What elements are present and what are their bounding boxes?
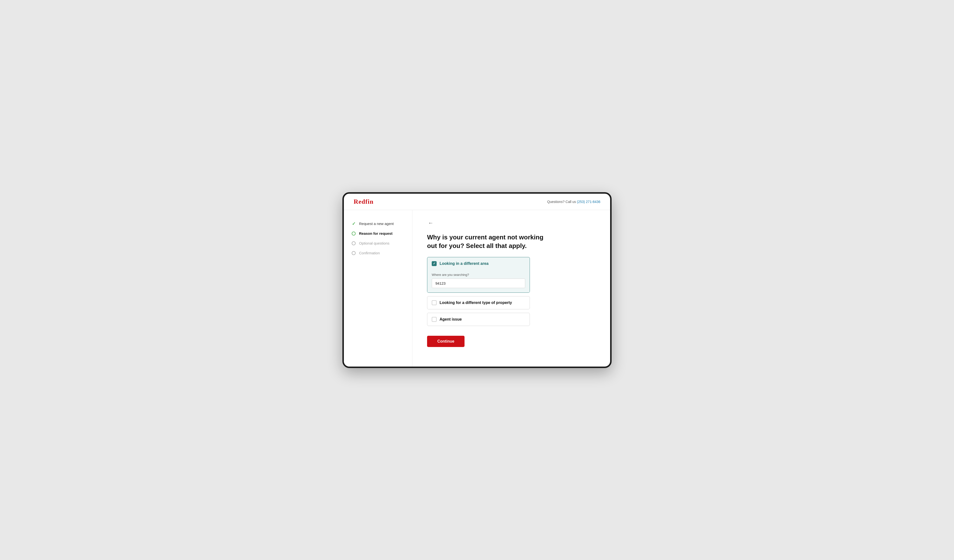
questions-text: Questions? Call us [547, 200, 577, 204]
option-card-agent-issue[interactable]: Agent issue [427, 313, 530, 326]
search-location-input[interactable] [432, 278, 525, 288]
header-contact: Questions? Call us (253) 271-8436 [547, 200, 600, 204]
sidebar: ✓ Request a new agent Reason for request… [344, 210, 412, 367]
redfin-logo: Redfin [354, 198, 374, 205]
checkmark-icon: ✓ [352, 221, 355, 226]
option-card-header-agent-issue: Agent issue [427, 313, 530, 326]
main-layout: ✓ Request a new agent Reason for request… [344, 210, 610, 367]
circle-inactive-icon-2 [352, 251, 355, 255]
sidebar-label-reason-for-request: Reason for request [359, 231, 393, 235]
sub-form-label: Where are you searching? [432, 273, 525, 277]
option-card-header-different-property: Looking for a different type of property [427, 296, 530, 309]
content-area: ← Why is your current agent not working … [412, 210, 610, 367]
circle-active-icon [352, 232, 355, 235]
back-button[interactable]: ← [427, 219, 435, 227]
circle-inactive-icon [352, 241, 355, 245]
continue-button[interactable]: Continue [427, 336, 465, 347]
sidebar-label-confirmation: Confirmation [359, 251, 380, 255]
sidebar-icon-reason-for-request [351, 231, 356, 236]
sidebar-label-optional-questions: Optional questions [359, 241, 390, 245]
option-label-different-area: Looking in a different area [440, 261, 488, 266]
sidebar-item-request-new-agent[interactable]: ✓ Request a new agent [351, 219, 405, 229]
option-label-agent-issue: Agent issue [440, 317, 462, 322]
checkbox-different-property[interactable] [432, 300, 436, 305]
checkbox-agent-issue[interactable] [432, 317, 436, 322]
checkbox-different-area[interactable] [432, 261, 436, 266]
sub-form-different-area: Where are you searching? [427, 270, 530, 292]
option-card-header-different-area: Looking in a different area [427, 257, 530, 270]
sidebar-icon-confirmation [351, 250, 356, 255]
option-card-different-property[interactable]: Looking for a different type of property [427, 296, 530, 310]
phone-number[interactable]: (253) 271-8436 [577, 200, 600, 204]
sidebar-label-request-new-agent: Request a new agent [359, 222, 394, 226]
sidebar-item-reason-for-request[interactable]: Reason for request [351, 229, 405, 238]
page-title: Why is your current agent not working ou… [427, 233, 549, 250]
back-arrow-icon: ← [428, 220, 433, 226]
option-card-different-area[interactable]: Looking in a different area Where are yo… [427, 257, 530, 293]
device-frame: Redfin Questions? Call us (253) 271-8436… [342, 192, 612, 368]
sidebar-item-confirmation[interactable]: Confirmation [351, 248, 405, 258]
header: Redfin Questions? Call us (253) 271-8436 [344, 194, 610, 210]
sidebar-item-optional-questions[interactable]: Optional questions [351, 238, 405, 248]
option-label-different-property: Looking for a different type of property [440, 300, 512, 305]
sidebar-icon-optional-questions [351, 241, 356, 246]
sidebar-icon-request-new-agent: ✓ [351, 221, 356, 226]
